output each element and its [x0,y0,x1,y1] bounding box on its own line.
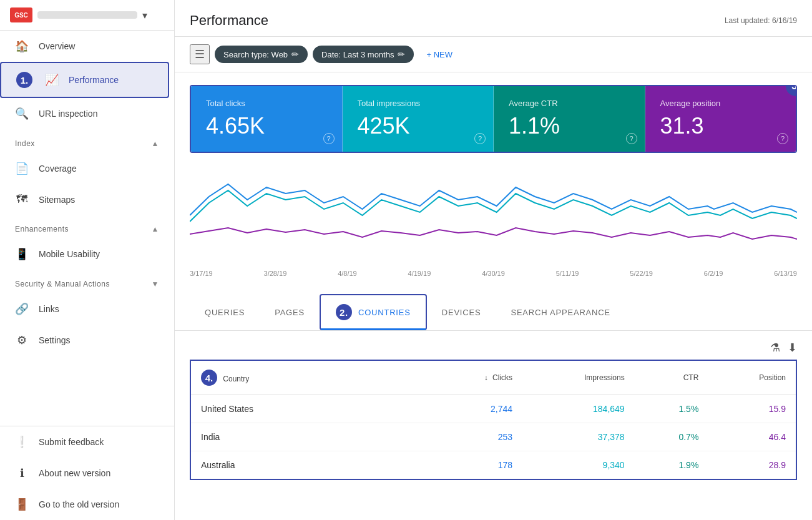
metric-value-impressions: 425K [358,113,479,139]
sidebar-item-settings[interactable]: ⚙ Settings [0,325,169,356]
index-collapse-btn[interactable]: ▲ [152,139,159,148]
td-impressions-0: 184,649 [522,395,635,423]
td-clicks-1: 253 [433,423,522,451]
metric-average-ctr: Average CTR 1.1% ? [494,86,645,152]
td-impressions-2: 9,340 [522,451,635,480]
table-toolbar: ⚗ ⬇ [190,336,797,360]
index-section-header: Index ▲ [0,129,174,153]
sidebar-item-links[interactable]: 🔗 Links [0,293,169,325]
sidebar-logo[interactable]: GSC ▾ [0,0,174,31]
tab-search-appearance[interactable]: SEARCH APPEARANCE [496,294,625,330]
logo-site-name [37,11,137,19]
th-position[interactable]: Position [708,360,796,395]
coverage-icon: 📄 [15,162,29,175]
sidebar-item-label: Mobile Usability [39,249,100,259]
sidebar-item-sitemaps[interactable]: 🗺 Sitemaps [0,184,169,215]
th-ctr[interactable]: CTR [635,360,709,395]
feedback-icon: ❕ [15,435,29,449]
home-icon: 🏠 [15,39,29,53]
annotation-4: 4. [201,370,217,386]
sidebar-item-label: Coverage [39,164,77,174]
help-icon-position[interactable]: ? [777,133,788,144]
performance-chart [190,165,797,265]
tab-countries[interactable]: 2. COUNTRIES [320,294,427,330]
table-row: Australia 178 9,340 1.9% 28.9 [190,451,796,480]
td-position-2: 28.9 [708,451,796,480]
security-section-header: Security & Manual Actions ▼ [0,270,174,293]
table-header-row: 4. Country ↓ Clicks Impressions CTR Posi [190,360,796,395]
metric-total-clicks: Total clicks 4.65K ? [191,86,343,152]
th-impressions[interactable]: Impressions [522,360,635,395]
td-ctr-0: 1.5% [635,395,709,423]
links-icon: 🔗 [15,302,29,316]
download-button[interactable]: ⬇ [788,341,797,355]
enhancements-section-header: Enhancements ▲ [0,215,174,238]
about-new-version-item[interactable]: ℹ About new version [0,458,174,489]
chart-container: 3/17/19 3/28/19 4/8/19 4/19/19 4/30/19 5… [190,165,797,284]
sidebar-item-label: Links [39,304,59,314]
chart-section: 3/17/19 3/28/19 4/8/19 4/19/19 4/30/19 5… [175,165,812,294]
table-row: India 253 37,378 0.7% 46.4 [190,423,796,451]
submit-feedback-label: Submit feedback [39,437,104,447]
sort-icon: ↓ [484,373,488,382]
sidebar-item-coverage[interactable]: 📄 Coverage [0,153,169,184]
search-type-chip[interactable]: Search type: Web ✏ [215,46,308,63]
filter-rows-button[interactable]: ⚗ [770,341,780,355]
tab-pages[interactable]: PAGES [260,294,320,330]
annotation-3: 3. [786,85,797,96]
help-icon-ctr[interactable]: ? [626,133,637,144]
chevron-down-icon[interactable]: ▾ [142,9,147,21]
last-updated: Last updated: 6/16/19 [725,16,797,25]
td-clicks-0: 2,744 [433,395,522,423]
filter-button[interactable]: ☰ [190,44,210,64]
submit-feedback-item[interactable]: ❕ Submit feedback [0,426,174,458]
info-icon: ℹ [15,466,29,480]
new-button[interactable]: + NEW [419,46,460,63]
sidebar-bottom: ❕ Submit feedback ℹ About new version 🚪 … [0,426,174,520]
go-old-version-label: Go to the old version [39,499,119,509]
edit-icon: ✏ [291,49,299,59]
sidebar-item-url-inspection[interactable]: 🔍 URL inspection [0,98,169,129]
help-icon-clicks[interactable]: ? [323,133,335,144]
help-icon-impressions[interactable]: ? [474,133,486,144]
security-collapse-btn[interactable]: ▼ [152,280,159,288]
sidebar-item-label: Settings [39,335,71,345]
date-label: Date: Last 3 months [321,50,394,59]
sidebar-item-overview[interactable]: 🏠 Overview [0,31,169,62]
table-section: ⚗ ⬇ 4. Country ↓ Clicks Impressions [175,331,812,490]
sidebar-item-label: Sitemaps [39,195,75,205]
toolbar: ☰ Search type: Web ✏ Date: Last 3 months… [175,37,812,72]
metric-value-ctr: 1.1% [509,113,630,139]
annotation-1: 1. [16,72,32,88]
metric-label-position: Average position [660,99,781,108]
countries-table: 4. Country ↓ Clicks Impressions CTR Posi [190,360,797,480]
mobile-icon: 📱 [15,247,29,261]
sidebar-item-mobile-usability[interactable]: 📱 Mobile Usability [0,238,169,270]
tabs-section: QUERIES PAGES 2. COUNTRIES DEVICES SEARC… [175,294,812,331]
edit-icon-date: ✏ [398,49,405,59]
th-clicks[interactable]: ↓ Clicks [433,360,522,395]
annotation-2: 2. [336,304,352,320]
settings-icon: ⚙ [15,333,29,347]
about-new-version-label: About new version [39,468,110,478]
go-old-version-item[interactable]: 🚪 Go to the old version [0,489,174,520]
metrics-container: Total clicks 4.65K ? Total impressions 4… [190,85,797,153]
sidebar-item-label: Overview [39,41,75,51]
metric-value-position: 31.3 [660,113,781,139]
sidebar: GSC ▾ 🏠 Overview 1. 📈 Performance 🔍 URL … [0,0,175,520]
page-title: Performance [190,12,268,29]
td-country-2: Australia [190,451,433,480]
enhancements-collapse-btn[interactable]: ▲ [152,225,159,233]
td-impressions-1: 37,378 [522,423,635,451]
metric-label-impressions: Total impressions [358,99,479,108]
td-country-1: India [190,423,433,451]
td-position-0: 15.9 [708,395,796,423]
performance-icon: 📈 [45,73,59,87]
tab-devices[interactable]: DEVICES [427,294,496,330]
metric-average-position: Average position 31.3 ? 3. [645,86,796,152]
sidebar-item-performance[interactable]: 1. 📈 Performance [0,62,169,98]
date-chip[interactable]: Date: Last 3 months ✏ [313,46,414,63]
tab-queries[interactable]: QUERIES [190,294,260,330]
chart-dates: 3/17/19 3/28/19 4/8/19 4/19/19 4/30/19 5… [190,267,797,280]
metrics-section: Total clicks 4.65K ? Total impressions 4… [175,72,812,165]
